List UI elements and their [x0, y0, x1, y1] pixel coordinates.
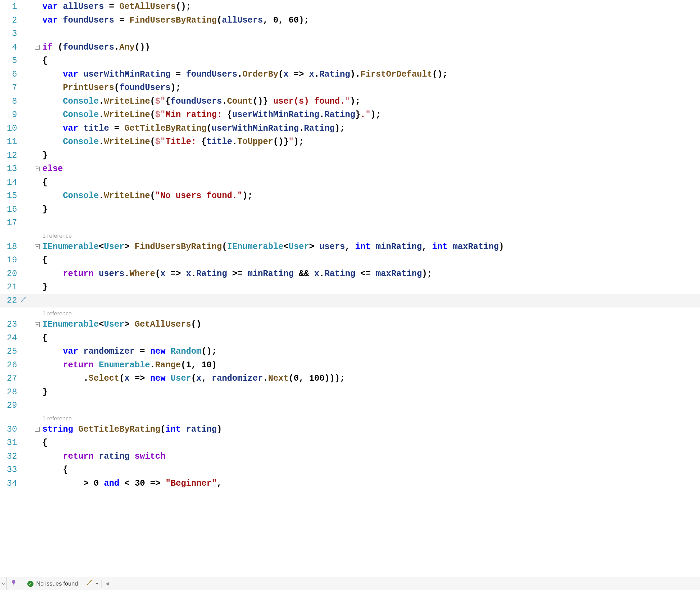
codelens-reference[interactable]: .1 reference [0, 307, 700, 318]
code-line[interactable]: 17 [0, 216, 700, 230]
code-line[interactable]: 28} [0, 385, 700, 399]
code-content[interactable]: var title = GetTitleByRating(userWithMin… [42, 123, 700, 133]
code-content[interactable]: if (foundUsers.Any()) [42, 42, 700, 52]
fold-gutter: − [35, 167, 42, 171]
code-content[interactable]: .Select(x => new User(x, randomizer.Next… [42, 373, 700, 383]
code-line[interactable]: 2var foundUsers = FindUsersByRating(allU… [0, 14, 700, 27]
fold-toggle[interactable]: − [35, 45, 40, 50]
code-line[interactable]: 12} [0, 149, 700, 162]
code-content[interactable]: IEnumerable<User> GetAllUsers() [42, 319, 700, 329]
svg-point-0 [91, 580, 92, 581]
chevron-down-icon[interactable]: ▼ [95, 582, 99, 586]
line-number: 29 [0, 401, 20, 410]
code-line[interactable]: 14{ [0, 176, 700, 189]
status-text: No issues found [36, 580, 78, 587]
code-content[interactable]: } [42, 205, 700, 214]
code-content[interactable]: Console.WriteLine($"Title: {title.ToUppe… [42, 137, 700, 147]
code-content[interactable]: { [42, 56, 700, 66]
code-content[interactable]: string GetTitleByRating(int rating) [42, 424, 700, 434]
scroll-left-button[interactable]: ◄ [102, 580, 113, 587]
code-line[interactable]: 34 > 0 and < 30 => "Beginner", [0, 477, 700, 490]
code-content[interactable]: Console.WriteLine($"{foundUsers.Count()}… [42, 96, 700, 106]
line-number: 16 [0, 205, 20, 214]
codelens-reference[interactable]: .1 reference [0, 230, 700, 240]
line-number: 21 [0, 282, 20, 292]
screwdriver-icon[interactable] [20, 296, 27, 306]
code-content[interactable]: else [42, 164, 700, 174]
line-number: 8 [0, 96, 20, 106]
code-line[interactable]: 30−string GetTitleByRating(int rating) [0, 423, 700, 436]
code-content[interactable]: } [42, 387, 700, 397]
code-line[interactable]: 5{ [0, 54, 700, 68]
code-line[interactable]: 32 return rating switch [0, 450, 700, 463]
code-content[interactable]: return users.Where(x => x.Rating >= minR… [42, 269, 700, 279]
health-indicator[interactable]: ✓ No issues found [7, 577, 83, 590]
code-editor[interactable]: 1var allUsers = GetAllUsers();2var found… [0, 0, 700, 577]
line-number: 14 [0, 178, 20, 187]
code-content[interactable]: return rating switch [42, 451, 700, 461]
code-line[interactable]: 19{ [0, 253, 700, 267]
line-number: 19 [0, 255, 20, 265]
code-line[interactable]: 13−else [0, 162, 700, 176]
code-content[interactable]: Console.WriteLine($"Min rating: {userWit… [42, 110, 700, 120]
code-line[interactable]: 16} [0, 203, 700, 217]
line-number: 22 [0, 296, 20, 306]
code-line[interactable]: 27 .Select(x => new User(x, randomizer.N… [0, 372, 700, 385]
code-line[interactable]: 31{ [0, 436, 700, 450]
code-content[interactable]: } [42, 282, 700, 292]
code-line[interactable]: 1var allUsers = GetAllUsers(); [0, 0, 700, 14]
code-line[interactable]: 9 Console.WriteLine($"Min rating: {userW… [0, 108, 700, 122]
code-content[interactable]: } [42, 150, 700, 160]
code-line[interactable]: 11 Console.WriteLine($"Title: {title.ToU… [0, 135, 700, 149]
code-line[interactable]: 4−if (foundUsers.Any()) [0, 41, 700, 54]
fold-toggle[interactable]: − [35, 244, 40, 249]
code-line[interactable]: 33 { [0, 463, 700, 477]
line-number: 32 [0, 451, 20, 461]
line-number: 24 [0, 333, 20, 343]
line-number: 20 [0, 269, 20, 279]
code-line[interactable]: 3 [0, 27, 700, 41]
code-content[interactable]: { [42, 465, 700, 475]
codelens-reference[interactable]: .1 reference [0, 412, 700, 423]
code-line[interactable]: 6 var userWithMinRating = foundUsers.Ord… [0, 68, 700, 81]
statusbar-dropdown-button[interactable] [0, 577, 7, 590]
code-content[interactable]: var foundUsers = FindUsersByRating(allUs… [42, 15, 700, 25]
code-line[interactable]: 22 [0, 294, 700, 308]
code-line[interactable]: 21} [0, 280, 700, 294]
code-line[interactable]: 15 Console.WriteLine("No users found."); [0, 189, 700, 203]
line-number: 15 [0, 191, 20, 201]
code-content[interactable]: Console.WriteLine("No users found."); [42, 191, 700, 201]
code-content[interactable]: PrintUsers(foundUsers); [42, 83, 700, 93]
check-icon: ✓ [27, 581, 33, 587]
code-content[interactable]: return Enumerable.Range(1, 10) [42, 360, 700, 370]
code-content[interactable]: var randomizer = new Random(); [42, 346, 700, 356]
code-line[interactable]: 25 var randomizer = new Random(); [0, 345, 700, 358]
line-number: 13 [0, 164, 20, 174]
code-line[interactable]: 10 var title = GetTitleByRating(userWith… [0, 122, 700, 135]
code-line[interactable]: 8 Console.WriteLine($"{foundUsers.Count(… [0, 95, 700, 108]
code-content[interactable]: { [42, 333, 700, 343]
code-content[interactable]: var userWithMinRating = foundUsers.Order… [42, 69, 700, 79]
line-number: 1 [0, 2, 20, 12]
code-content[interactable]: > 0 and < 30 => "Beginner", [42, 478, 700, 488]
line-number: 33 [0, 465, 20, 475]
code-line[interactable]: 20 return users.Where(x => x.Rating >= m… [0, 267, 700, 281]
code-line[interactable]: 18−IEnumerable<User> FindUsersByRating(I… [0, 240, 700, 254]
code-line[interactable]: 7 PrintUsers(foundUsers); [0, 81, 700, 95]
code-line[interactable]: 24{ [0, 331, 700, 345]
line-number: 3 [0, 29, 20, 39]
statusbar-tools[interactable]: ▼ [83, 579, 102, 588]
code-line[interactable]: 26 return Enumerable.Range(1, 10) [0, 358, 700, 372]
code-content[interactable]: { [42, 438, 700, 448]
code-content[interactable]: var allUsers = GetAllUsers(); [42, 2, 700, 12]
code-content[interactable]: { [42, 255, 700, 265]
code-line[interactable]: 29 [0, 399, 700, 412]
code-line[interactable]: 23−IEnumerable<User> GetAllUsers() [0, 318, 700, 331]
fold-gutter: − [35, 244, 42, 249]
fold-toggle[interactable]: − [35, 427, 40, 432]
code-content[interactable]: { [42, 178, 700, 187]
code-content[interactable]: IEnumerable<User> FindUsersByRating(IEnu… [42, 242, 700, 252]
intellisense-icon [10, 579, 17, 588]
fold-toggle[interactable]: − [35, 167, 40, 171]
fold-toggle[interactable]: − [35, 322, 40, 327]
